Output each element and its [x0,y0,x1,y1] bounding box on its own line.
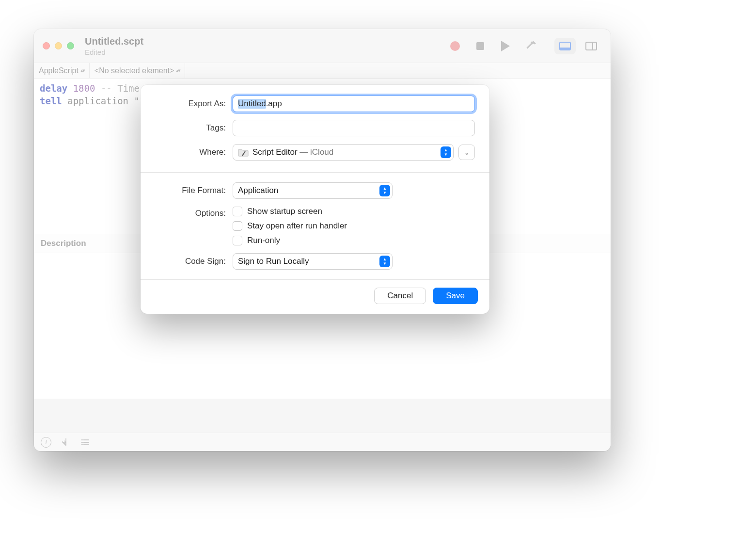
file-format-label: File Format: [155,186,233,195]
hammer-icon [524,40,537,52]
stop-button[interactable] [474,40,487,52]
filename-suffix: .app [266,99,282,109]
stop-icon [476,42,484,50]
svg-rect-2 [586,42,597,50]
play-icon [501,41,510,51]
minimize-window-button[interactable] [55,42,62,49]
view-mode-split-button[interactable] [581,38,602,54]
compile-button[interactable] [524,40,537,52]
stay-open-checkbox[interactable] [233,221,242,231]
language-selector[interactable]: AppleScript ▴▾ [34,63,90,78]
code-keyword: delay [40,83,67,94]
code-sign-value: Sign to Run Locally [238,257,309,266]
view-mode-editor-button[interactable] [554,38,576,54]
description-label: Description [41,239,86,248]
result-button[interactable] [61,437,71,447]
save-button[interactable]: Save [433,288,478,304]
panel-icon [559,42,571,50]
code-text: application " [62,96,140,106]
run-button[interactable] [499,40,512,52]
export-as-label: Export As: [155,99,233,109]
run-only-checkbox[interactable] [233,236,242,245]
chevron-updown-icon: ▲▼ [379,256,390,267]
close-window-button[interactable] [43,42,50,49]
code-comment: -- Time [101,83,140,94]
sidebar-icon [585,42,597,50]
run-only-label: Run-only [247,236,280,245]
chevron-updown-icon: ▲▼ [441,146,451,158]
show-startup-screen-label: Show startup screen [247,207,322,216]
language-label: AppleScript [39,66,79,75]
export-sheet: Export As: Untitled.app Tags: Where: [141,85,489,314]
code-sign-label: Code Sign: [155,257,233,266]
chevron-updown-icon: ▴▾ [176,67,180,74]
cancel-label: Cancel [387,291,413,301]
code-sign-popup[interactable]: Sign to Run Locally ▲▼ [233,253,393,270]
show-startup-screen-checkbox[interactable] [233,207,242,216]
zoom-window-button[interactable] [67,42,74,49]
script-folder-icon [238,147,249,157]
status-bar: i [34,433,611,451]
svg-rect-9 [81,442,83,443]
info-icon: i [45,438,47,446]
code-number: 1800 [73,83,95,94]
titlebar: Untitled.scpt Edited [34,29,611,63]
chevron-updown-icon: ▴▾ [80,67,84,74]
chevron-updown-icon: ▲▼ [379,185,390,196]
info-button[interactable]: i [41,437,51,448]
file-format-value: Application [238,186,278,195]
options-label: Options: [155,207,233,218]
where-label: Where: [155,147,233,157]
record-icon [450,41,460,51]
window-title: Untitled.scpt [85,35,143,47]
svg-rect-8 [81,439,83,440]
element-selector[interactable]: <No selected element> ▴▾ [90,63,186,78]
record-button[interactable] [449,40,461,52]
log-button[interactable] [80,437,90,447]
where-popup[interactable]: Script Editor — iCloud ▲▼ [233,144,454,161]
chevron-down-icon: ⌄ [464,149,470,156]
code-keyword: tell [40,96,62,106]
tags-input[interactable] [233,120,475,136]
where-cloud: iCloud [310,147,333,157]
element-label: <No selected element> [94,66,174,75]
file-format-popup[interactable]: Application ▲▼ [233,182,393,199]
svg-rect-10 [81,444,83,445]
window-subtitle: Edited [85,48,143,57]
filename-selected-text: Untitled [238,99,266,109]
where-separator: — [298,147,310,157]
tags-label: Tags: [155,123,233,133]
location-disclosure-button[interactable]: ⌄ [458,145,475,160]
cancel-button[interactable]: Cancel [374,288,426,304]
stay-open-label: Stay open after run handler [247,221,347,231]
export-filename-input[interactable]: Untitled.app [233,96,475,112]
where-folder-name: Script Editor [252,147,298,157]
navigation-bar: AppleScript ▴▾ <No selected element> ▴▾ [34,63,611,79]
save-label: Save [446,291,465,301]
window-controls [43,42,74,49]
svg-rect-1 [560,48,570,50]
